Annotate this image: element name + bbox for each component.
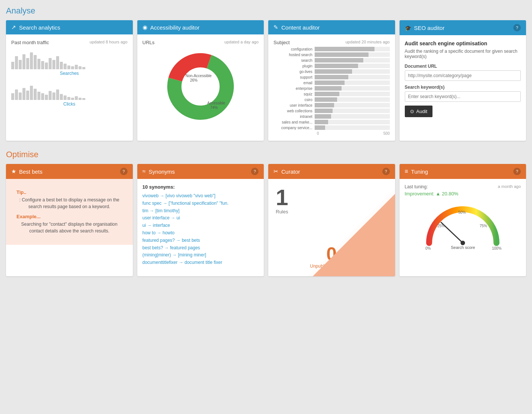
bar — [19, 60, 22, 69]
content-row: configuration — [273, 47, 390, 51]
synonym-item[interactable]: user interface → ui — [143, 215, 259, 221]
content-row: csiro — [273, 97, 390, 102]
bar — [82, 98, 85, 100]
audit-button-label: Audit — [416, 109, 428, 114]
synonym-item[interactable]: vivoweb → [vivo vivoweb "vivo web"] — [143, 193, 259, 199]
bestbets-icon — [11, 168, 16, 175]
synonyms-help-button[interactable]: ? — [251, 168, 259, 175]
urls-label: URLs — [143, 40, 155, 45]
content-row: email — [273, 80, 390, 85]
gauge-label-75: 75% — [480, 224, 487, 228]
seo-help-button[interactable]: ? — [513, 24, 521, 31]
tuning-help-button[interactable]: ? — [513, 168, 521, 175]
tuning-improvement: Improvement: ▲ 20.80% — [405, 191, 521, 197]
bar — [22, 54, 25, 69]
tip-text: : Configure a best bet to display a mess… — [16, 197, 122, 210]
non-accessible-label: Non-Accessible — [186, 74, 212, 78]
bar — [34, 55, 37, 69]
content-row: squiz — [273, 92, 390, 96]
subject-row: Subject updated 20 minutes ago — [273, 40, 390, 45]
svg-text:26%: 26% — [190, 78, 198, 82]
curator-help-button[interactable]: ? — [382, 168, 390, 175]
tip-box: Tip.. : Configure a best bet to display … — [11, 184, 128, 240]
content-updated: updated 20 minutes ago — [345, 40, 389, 44]
bestbets-body: Tip.. : Configure a best bet to display … — [6, 179, 133, 245]
bar — [75, 96, 78, 100]
bar — [11, 62, 14, 69]
curator-header: Curator ? — [268, 164, 395, 179]
bar — [30, 86, 33, 100]
doc-url-label: Document URL — [405, 64, 521, 69]
bar — [41, 61, 44, 69]
doc-url-input[interactable] — [405, 70, 521, 81]
seo-icon — [405, 25, 411, 31]
searches-link[interactable]: Searches — [11, 71, 128, 76]
seo-audit-title: Audit search engine optimisation — [405, 40, 521, 46]
synonyms-icon — [143, 168, 146, 175]
content-row: intranet — [273, 114, 390, 119]
content-bar-chart: configuration hosted search search plugi… — [273, 47, 390, 136]
improvement-label: Improvement: — [405, 191, 434, 197]
subject-label: Subject — [273, 40, 290, 45]
gauge-label-50: 50% — [458, 210, 466, 214]
synonym-item[interactable]: documenttitlefixer → document title fixe… — [143, 259, 259, 266]
tuning-gauge-container: 0% 25% 50% 75% 100% Search score — [405, 202, 521, 254]
bar — [60, 94, 63, 100]
tuning-last-label: Last tuning: — [405, 184, 428, 189]
seo-auditor-card: SEO auditor ? Audit search engine optimi… — [400, 20, 526, 141]
bar — [45, 95, 48, 100]
content-icon — [273, 24, 278, 31]
bar — [67, 97, 70, 100]
tuning-body: Last tuning: a month ago Improvement: ▲ … — [400, 179, 526, 259]
keyword-input[interactable] — [405, 91, 521, 102]
bar — [15, 89, 18, 100]
bar — [79, 66, 82, 69]
bar — [71, 98, 74, 100]
synonyms-title: Synonyms — [149, 168, 248, 175]
bestbets-title: Best bets — [19, 168, 117, 175]
analyse-card-grid: Search analytics Past month traffic upda… — [6, 20, 526, 141]
content-row: go-lives — [273, 69, 390, 74]
traffic-row: Past month traffic updated 8 hours ago — [11, 40, 128, 45]
synonym-item[interactable]: (mining|miner) → [mining miner] — [143, 252, 259, 258]
bar — [19, 92, 22, 100]
bar — [67, 66, 70, 69]
content-row: support — [273, 75, 390, 79]
synonym-item[interactable]: func spec → ["functional specification" … — [143, 200, 259, 207]
synonym-item[interactable]: tim → [tim timothy] — [143, 208, 259, 214]
tuning-gauge: 0% 25% 50% 75% 100% Search score — [422, 202, 504, 254]
bar — [75, 65, 78, 69]
donut-chart-container: Non-Accessible 26% Accessible 74% — [143, 45, 259, 128]
content-body: Subject updated 20 minutes ago configura… — [268, 34, 395, 141]
tuning-info-row: Last tuning: a month ago — [405, 184, 521, 189]
synonyms-count: 10 synonyms: — [143, 184, 259, 190]
curator-card: Curator ? 1 Rules 0 Unpublished changes — [268, 164, 395, 276]
optimise-title: Optimise — [6, 150, 526, 159]
bestbets-card: Best bets ? Tip.. : Configure a best bet… — [6, 164, 133, 276]
searches-chart: Searches — [11, 51, 128, 76]
bestbets-header: Best bets ? — [6, 164, 133, 179]
optimise-card-grid: Best bets ? Tip.. : Configure a best bet… — [6, 164, 526, 276]
content-row: company service... — [273, 125, 390, 130]
bar — [71, 66, 74, 69]
curator-body: 1 Rules 0 Unpublished changes — [268, 179, 395, 276]
content-row: user interface — [273, 103, 390, 107]
bar — [41, 93, 44, 100]
clicks-link[interactable]: Clicks — [11, 101, 128, 107]
bar — [56, 56, 59, 69]
synonym-item[interactable]: ui → interface — [143, 222, 259, 229]
accessibility-body: URLs updated a day ago Non-Accessible — [137, 34, 264, 133]
bar — [79, 98, 82, 100]
bar — [64, 64, 67, 69]
audit-circle-icon: ⊙ — [410, 109, 414, 114]
bar — [34, 89, 37, 100]
search-analytics-card: Search analytics Past month traffic upda… — [6, 20, 133, 141]
clicks-bar-chart — [11, 81, 128, 100]
synonym-item[interactable]: how to → howto — [143, 230, 259, 236]
accessibility-card: Accessibility auditor URLs updated a day… — [137, 20, 264, 141]
bestbets-help-button[interactable]: ? — [120, 168, 128, 175]
improvement-value: ▲ 20.80% — [436, 191, 459, 197]
audit-button[interactable]: ⊙ Audit — [405, 106, 433, 117]
synonym-item[interactable]: featured pages? → best bets — [143, 237, 259, 244]
synonym-item[interactable]: best bets? → featured pages — [143, 245, 259, 251]
